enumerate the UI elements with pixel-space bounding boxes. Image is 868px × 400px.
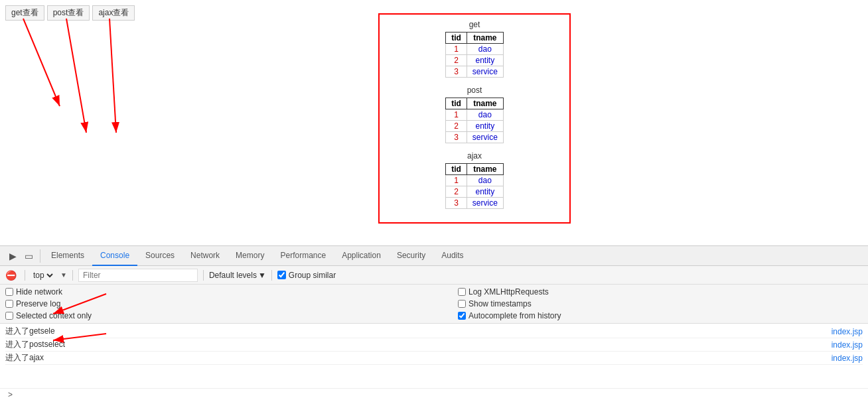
- show-timestamps-checkbox[interactable]: [458, 300, 466, 308]
- console-line: 进入了ajaxindex.jsp: [5, 352, 863, 365]
- hide-network-option[interactable]: Hide network: [5, 287, 92, 297]
- table-cell: service: [467, 132, 503, 143]
- get-tid-header: tid: [446, 33, 467, 44]
- preserve-log-option[interactable]: Preserve log: [5, 299, 92, 308]
- post-table-title: post: [385, 86, 564, 95]
- tab-audits[interactable]: Audits: [433, 246, 471, 266]
- top-buttons-container: get查看 post查看 ajax查看: [5, 5, 135, 21]
- group-similar-checkbox[interactable]: [277, 271, 286, 279]
- levels-selector[interactable]: Default levels ▼: [209, 271, 266, 280]
- autocomplete-checkbox[interactable]: [458, 312, 466, 320]
- console-line-text: 进入了postselect: [5, 339, 65, 350]
- table-cell: 1: [446, 44, 467, 55]
- show-timestamps-option[interactable]: Show timestamps: [458, 299, 561, 308]
- log-xmlhttp-option[interactable]: Log XMLHttpRequests: [458, 287, 561, 297]
- devtools-content-area: ⛔ top ▼ Default levels ▼ Group similar: [0, 266, 868, 400]
- tab-elements[interactable]: Elements: [43, 246, 92, 266]
- table-row: 3service: [446, 66, 504, 78]
- log-xmlhttp-label: Log XMLHttpRequests: [469, 287, 549, 297]
- toolbar-divider-4: [271, 270, 272, 281]
- ajax-table-title: ajax: [385, 151, 564, 161]
- devtools-tabs-bar: ▶ ▭ Elements Console Sources Network Mem…: [0, 246, 868, 266]
- toolbar-divider-1: [25, 270, 25, 281]
- post-table-section: post tid tname 1dao2entity3service: [385, 86, 564, 143]
- get-table-title: get: [385, 20, 564, 29]
- table-cell: 1: [446, 175, 467, 186]
- tab-memory[interactable]: Memory: [228, 246, 272, 266]
- svg-line-1: [23, 19, 60, 106]
- selected-context-checkbox[interactable]: [5, 312, 13, 320]
- clear-console-button[interactable]: ⛔: [3, 269, 19, 282]
- console-prompt-area[interactable]: >: [0, 388, 868, 400]
- selected-context-option[interactable]: Selected context only: [5, 311, 92, 320]
- ajax-button[interactable]: ajax查看: [92, 5, 135, 21]
- dropdown-arrow-icon: ▼: [60, 271, 67, 279]
- table-cell: 2: [446, 55, 467, 66]
- console-line: 进入了postselectindex.jsp: [5, 338, 863, 352]
- table-row: 2entity: [446, 55, 504, 66]
- table-cell: entity: [467, 186, 503, 198]
- console-line-source[interactable]: index.jsp: [832, 354, 863, 363]
- autocomplete-option[interactable]: Autocomplete from history: [458, 311, 561, 320]
- log-xmlhttp-checkbox[interactable]: [458, 288, 466, 296]
- table-row: 1dao: [446, 44, 504, 55]
- post-button[interactable]: post查看: [47, 5, 90, 21]
- tab-performance[interactable]: Performance: [272, 246, 334, 266]
- console-toolbar: ⛔ top ▼ Default levels ▼ Group similar: [0, 266, 868, 285]
- post-table: tid tname 1dao2entity3service: [445, 98, 504, 143]
- preserve-log-label: Preserve log: [16, 299, 60, 308]
- table-cell: entity: [467, 121, 503, 132]
- get-table: tid tname 1dao2entity3service: [445, 32, 504, 78]
- console-line-text: 进入了ajax: [5, 352, 44, 364]
- console-line-source[interactable]: index.jsp: [832, 340, 863, 350]
- group-similar-option[interactable]: Group similar: [277, 271, 336, 280]
- table-cell: 3: [446, 198, 467, 209]
- console-prompt-icon: >: [5, 389, 15, 400]
- get-table-section: get tid tname 1dao2entity3service: [385, 20, 564, 78]
- console-filter-input[interactable]: [78, 269, 198, 282]
- levels-dropdown-icon: ▼: [258, 271, 266, 280]
- ajax-table-section: ajax tid tname 1dao2entity3service: [385, 151, 564, 209]
- tab-security[interactable]: Security: [389, 246, 433, 266]
- console-line-source[interactable]: index.jsp: [832, 327, 863, 336]
- table-row: 3service: [446, 132, 504, 143]
- table-cell: dao: [467, 109, 503, 121]
- toolbar-divider-3: [203, 270, 204, 281]
- table-row: 3service: [446, 198, 504, 209]
- devtools-icons: ▶ ▭: [3, 249, 40, 263]
- devtools-panel: ▶ ▭ Elements Console Sources Network Mem…: [0, 245, 868, 400]
- tab-network[interactable]: Network: [182, 246, 228, 266]
- tab-console[interactable]: Console: [92, 246, 137, 266]
- table-row: 1dao: [446, 109, 504, 121]
- group-similar-label: Group similar: [289, 271, 336, 280]
- table-cell: dao: [467, 44, 503, 55]
- hide-network-checkbox[interactable]: [5, 288, 13, 296]
- table-cell: dao: [467, 175, 503, 186]
- results-container: get tid tname 1dao2entity3service post t…: [378, 13, 571, 224]
- left-options: Hide network Preserve log Selected conte…: [5, 287, 92, 320]
- selected-context-label: Selected context only: [16, 311, 92, 320]
- table-row: 1dao: [446, 175, 504, 186]
- table-row: 2entity: [446, 121, 504, 132]
- table-cell: service: [467, 66, 503, 78]
- tab-application[interactable]: Application: [334, 246, 389, 266]
- console-output: 进入了getseleindex.jsp进入了postselectindex.js…: [0, 324, 868, 388]
- svg-line-2: [66, 19, 86, 133]
- autocomplete-label: Autocomplete from history: [469, 311, 561, 320]
- inspect-icon[interactable]: ▶: [8, 249, 18, 263]
- table-cell: service: [467, 198, 503, 209]
- get-tname-header: tname: [467, 33, 503, 44]
- ajax-table: tid tname 1dao2entity3service: [445, 163, 504, 209]
- ajax-tid-header: tid: [446, 164, 467, 175]
- hide-network-label: Hide network: [16, 287, 62, 297]
- post-tid-header: tid: [446, 98, 467, 109]
- device-icon[interactable]: ▭: [23, 249, 35, 263]
- preserve-log-checkbox[interactable]: [5, 300, 13, 308]
- context-selector[interactable]: top: [31, 270, 55, 281]
- get-button[interactable]: get查看: [5, 5, 44, 21]
- table-cell: 2: [446, 186, 467, 198]
- toolbar-divider-2: [72, 270, 73, 281]
- tab-sources[interactable]: Sources: [137, 246, 182, 266]
- table-cell: 2: [446, 121, 467, 132]
- table-cell: 3: [446, 66, 467, 78]
